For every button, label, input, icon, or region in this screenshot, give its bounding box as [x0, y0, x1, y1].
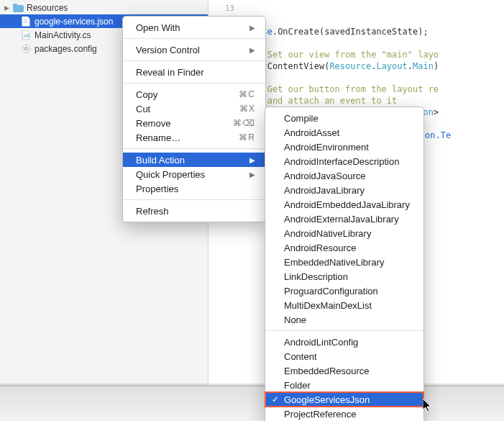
- context-menu: Open With▶ Version Control▶ Reveal in Fi…: [122, 16, 266, 222]
- svg-rect-1: [24, 21, 27, 22]
- menu-item-build-action[interactable]: None: [265, 312, 423, 327]
- svg-rect-0: [24, 19, 27, 20]
- menu-item-build-action[interactable]: Content: [265, 349, 423, 363]
- menu-item-build-action[interactable]: Folder: [265, 378, 423, 392]
- menu-item-refresh[interactable]: Refresh: [123, 204, 265, 218]
- menu-item-build-action[interactable]: ProjectReference: [265, 407, 423, 421]
- svg-point-5: [24, 47, 27, 50]
- submenu-arrow-icon: ▶: [249, 24, 255, 32]
- keyboard-shortcut: ⌘R: [239, 132, 255, 142]
- submenu-arrow-icon: ▶: [249, 46, 255, 54]
- menu-separator: [123, 199, 265, 200]
- tree-item-label: MainActivity.cs: [35, 30, 91, 40]
- menu-item-cut[interactable]: Cut⌘X: [123, 101, 265, 116]
- menu-separator: [123, 148, 265, 149]
- menu-item-google-services-json[interactable]: ✓ GoogleServicesJson: [265, 392, 423, 407]
- submenu-arrow-icon: ▶: [249, 171, 255, 178]
- menu-item-build-action[interactable]: MultiDexMainDexList: [265, 298, 423, 312]
- keyboard-shortcut: ⌘⌫: [233, 118, 255, 128]
- menu-item-rename[interactable]: Rename…⌘R: [123, 130, 265, 145]
- menu-separator: [123, 83, 265, 83]
- menu-item-build-action[interactable]: AndroidExternalJavaLibrary: [265, 212, 423, 226]
- tree-item-label: packages.config: [35, 44, 97, 54]
- tree-item-label: Resources: [27, 3, 68, 13]
- menu-item-build-action[interactable]: AndroidEnvironment: [265, 140, 423, 154]
- menu-item-build-action[interactable]: AndroidEmbeddedJavaLibrary: [265, 197, 423, 212]
- menu-separator: [123, 60, 265, 61]
- menu-item-reveal-finder[interactable]: Reveal in Finder: [123, 65, 265, 79]
- menu-item-build-action[interactable]: AndroidInterfaceDescription: [265, 154, 423, 168]
- keyboard-shortcut: ⌘X: [239, 104, 255, 114]
- keyboard-shortcut: ⌘C: [239, 89, 255, 99]
- menu-item-build-action[interactable]: AndroidJavaSource: [265, 168, 423, 183]
- menu-separator: [265, 330, 423, 331]
- menu-item-build-action[interactable]: AndroidNativeLibrary: [265, 226, 423, 240]
- csharp-file-icon: c#: [20, 30, 32, 40]
- expand-triangle-icon[interactable]: ▶: [4, 4, 11, 12]
- svg-rect-2: [24, 22, 27, 23]
- menu-item-build-action[interactable]: LinkDescription: [265, 269, 423, 284]
- menu-item-build-action[interactable]: EmbeddedNativeLibrary: [265, 255, 423, 269]
- menu-item-copy[interactable]: Copy⌘C: [123, 87, 265, 101]
- menu-item-build-action[interactable]: Build Action▶: [123, 153, 265, 167]
- file-icon: [20, 17, 32, 27]
- build-action-submenu: Compile AndroidAsset AndroidEnvironment …: [265, 107, 424, 421]
- menu-item-open-with[interactable]: Open With▶: [123, 20, 265, 35]
- tree-item-resources[interactable]: ▶ Resources: [0, 1, 208, 14]
- svg-text:c#: c#: [24, 33, 29, 38]
- menu-item-build-action[interactable]: EmbeddedResource: [265, 363, 423, 378]
- line-number: 13: [209, 3, 234, 14]
- menu-item-quick-properties[interactable]: Quick Properties▶: [123, 167, 265, 181]
- menu-item-remove[interactable]: Remove⌘⌫: [123, 116, 265, 130]
- menu-item-build-action[interactable]: ProguardConfiguration: [265, 284, 423, 298]
- menu-separator: [123, 38, 265, 39]
- menu-item-build-action[interactable]: Compile: [265, 111, 423, 125]
- menu-item-build-action[interactable]: AndroidAsset: [265, 125, 423, 140]
- config-file-icon: [20, 44, 32, 53]
- menu-item-properties[interactable]: Properties: [123, 181, 265, 196]
- menu-item-version-control[interactable]: Version Control▶: [123, 42, 265, 57]
- bottom-bar: [0, 386, 504, 421]
- menu-item-build-action[interactable]: AndroidLintConfig: [265, 335, 423, 349]
- menu-item-build-action[interactable]: AndroidResource: [265, 240, 423, 255]
- submenu-arrow-icon: ▶: [249, 156, 255, 164]
- svg-point-4: [22, 45, 30, 53]
- folder-icon: [12, 4, 24, 12]
- menu-item-build-action[interactable]: AndroidJavaLibrary: [265, 183, 423, 197]
- tree-item-label: google-services.json: [35, 17, 113, 27]
- check-icon: ✓: [272, 394, 279, 404]
